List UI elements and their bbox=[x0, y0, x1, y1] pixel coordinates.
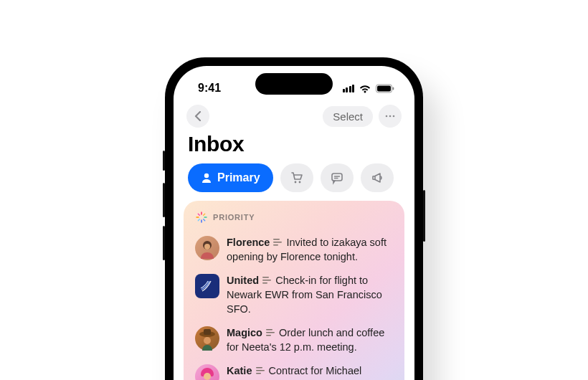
svg-point-8 bbox=[298, 181, 300, 184]
ellipsis-icon bbox=[385, 115, 395, 118]
svg-rect-23 bbox=[266, 329, 272, 331]
message-body: United Check-in for flight to Newark EWR… bbox=[227, 274, 393, 315]
svg-point-26 bbox=[204, 373, 211, 380]
svg-point-6 bbox=[204, 174, 209, 178]
message-body: Magico Order lunch and coffee for Neeta'… bbox=[227, 326, 393, 354]
side-button bbox=[163, 151, 165, 171]
svg-rect-29 bbox=[256, 373, 261, 374]
avatar bbox=[195, 326, 219, 351]
chevron-left-icon bbox=[194, 111, 201, 121]
message-body: Katie Contract for Michael Robinson's bo… bbox=[227, 364, 393, 380]
svg-point-7 bbox=[294, 181, 296, 184]
cart-icon bbox=[290, 171, 304, 185]
svg-rect-2 bbox=[393, 87, 394, 90]
svg-rect-21 bbox=[204, 329, 211, 335]
summary-icon bbox=[262, 275, 272, 288]
svg-rect-16 bbox=[273, 244, 278, 246]
volume-up-button bbox=[163, 183, 165, 217]
svg-point-13 bbox=[204, 244, 210, 250]
status-time: 9:41 bbox=[198, 82, 221, 95]
priority-message[interactable]: Magico Order lunch and coffee for Neeta'… bbox=[194, 321, 394, 359]
avatar bbox=[195, 236, 219, 260]
priority-label: PRIORITY bbox=[213, 213, 255, 222]
svg-rect-25 bbox=[266, 335, 271, 336]
dynamic-island bbox=[255, 73, 333, 95]
svg-rect-19 bbox=[262, 282, 267, 284]
megaphone-icon bbox=[370, 171, 384, 185]
message-sender: Katie bbox=[227, 365, 252, 376]
avatar bbox=[195, 364, 219, 380]
svg-rect-18 bbox=[262, 280, 271, 281]
tab-updates[interactable] bbox=[321, 163, 354, 192]
svg-rect-9 bbox=[332, 174, 342, 181]
priority-message[interactable]: Florence Invited to izakaya soft opening… bbox=[194, 231, 394, 269]
svg-rect-27 bbox=[256, 367, 262, 369]
cellular-signal-icon bbox=[343, 85, 355, 92]
message-sender: Florence bbox=[227, 237, 270, 248]
power-button bbox=[423, 190, 425, 242]
more-button[interactable] bbox=[379, 105, 402, 128]
svg-rect-14 bbox=[273, 239, 280, 240]
nav-bar: Select bbox=[174, 100, 414, 130]
person-icon bbox=[201, 172, 212, 184]
page-title: Inbox bbox=[174, 130, 414, 163]
svg-point-22 bbox=[204, 337, 211, 344]
summary-icon bbox=[266, 327, 275, 341]
svg-rect-1 bbox=[377, 85, 391, 91]
priority-section: PRIORITY Florence Invited to izakaya sof… bbox=[184, 201, 404, 380]
chat-icon bbox=[330, 171, 344, 185]
priority-header: PRIORITY bbox=[194, 211, 394, 224]
back-button[interactable] bbox=[186, 105, 209, 128]
iphone-frame: 9:41 Select bbox=[165, 57, 423, 380]
priority-message[interactable]: Katie Contract for Michael Robinson's bo… bbox=[194, 359, 394, 380]
summary-icon bbox=[256, 365, 265, 379]
svg-rect-17 bbox=[262, 277, 269, 278]
tab-shopping[interactable] bbox=[280, 163, 313, 192]
message-sender: United bbox=[227, 275, 259, 286]
tab-primary-label: Primary bbox=[217, 171, 260, 184]
svg-rect-15 bbox=[273, 242, 282, 243]
wifi-icon bbox=[359, 84, 371, 93]
avatar bbox=[195, 274, 219, 298]
message-sender: Magico bbox=[227, 327, 262, 338]
category-tabs: Primary bbox=[174, 163, 414, 201]
svg-point-3 bbox=[386, 115, 388, 118]
tab-promotions[interactable] bbox=[361, 163, 394, 192]
screen: 9:41 Select bbox=[174, 66, 414, 380]
volume-down-button bbox=[163, 226, 165, 260]
select-button[interactable]: Select bbox=[323, 106, 373, 127]
status-indicators bbox=[343, 84, 395, 93]
svg-rect-28 bbox=[256, 370, 265, 371]
priority-message[interactable]: United Check-in for flight to Newark EWR… bbox=[194, 269, 394, 320]
tab-primary[interactable]: Primary bbox=[188, 163, 273, 192]
svg-point-5 bbox=[393, 115, 395, 118]
summary-icon bbox=[273, 237, 283, 250]
apple-intelligence-icon bbox=[195, 211, 208, 224]
svg-point-4 bbox=[389, 115, 392, 118]
message-body: Florence Invited to izakaya soft opening… bbox=[227, 236, 393, 264]
svg-rect-24 bbox=[266, 332, 275, 333]
battery-icon bbox=[376, 84, 394, 93]
